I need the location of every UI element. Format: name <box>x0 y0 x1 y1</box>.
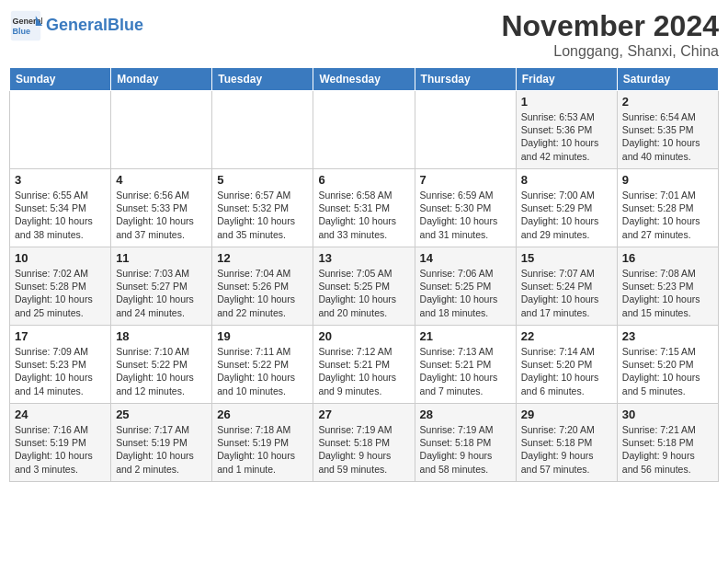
day-info: Sunrise: 7:15 AM Sunset: 5:20 PM Dayligh… <box>622 345 713 397</box>
day-info: Sunrise: 7:13 AM Sunset: 5:21 PM Dayligh… <box>420 345 511 397</box>
day-number: 25 <box>116 408 207 421</box>
day-cell: 27Sunrise: 7:19 AM Sunset: 5:18 PM Dayli… <box>313 404 415 482</box>
day-info: Sunrise: 7:07 AM Sunset: 5:24 PM Dayligh… <box>521 267 612 319</box>
day-cell: 18Sunrise: 7:10 AM Sunset: 5:22 PM Dayli… <box>111 326 212 404</box>
weekday-header-monday: Monday <box>111 68 212 91</box>
weekday-header-wednesday: Wednesday <box>313 68 415 91</box>
day-info: Sunrise: 7:16 AM Sunset: 5:19 PM Dayligh… <box>15 423 106 476</box>
day-cell <box>10 91 111 169</box>
day-cell: 13Sunrise: 7:05 AM Sunset: 5:25 PM Dayli… <box>313 247 415 326</box>
day-number: 23 <box>622 329 713 343</box>
day-info: Sunrise: 6:55 AM Sunset: 5:34 PM Dayligh… <box>15 189 106 241</box>
day-cell: 20Sunrise: 7:12 AM Sunset: 5:21 PM Dayli… <box>313 326 415 404</box>
day-cell: 2Sunrise: 6:54 AM Sunset: 5:35 PM Daylig… <box>617 91 718 169</box>
day-number: 12 <box>217 251 308 265</box>
day-cell <box>212 91 313 169</box>
day-cell: 5Sunrise: 6:57 AM Sunset: 5:32 PM Daylig… <box>212 169 313 247</box>
day-info: Sunrise: 7:00 AM Sunset: 5:29 PM Dayligh… <box>521 189 612 241</box>
day-info: Sunrise: 7:01 AM Sunset: 5:28 PM Dayligh… <box>622 189 713 241</box>
week-row-5: 24Sunrise: 7:16 AM Sunset: 5:19 PM Dayli… <box>10 404 719 482</box>
day-cell: 1Sunrise: 6:53 AM Sunset: 5:36 PM Daylig… <box>516 91 617 169</box>
day-number: 18 <box>116 329 207 343</box>
page-header: General Blue GeneralBlue November 2024 L… <box>9 9 719 60</box>
day-info: Sunrise: 6:54 AM Sunset: 5:35 PM Dayligh… <box>622 110 713 163</box>
week-row-1: 1Sunrise: 6:53 AM Sunset: 5:36 PM Daylig… <box>10 91 719 169</box>
day-cell: 23Sunrise: 7:15 AM Sunset: 5:20 PM Dayli… <box>617 326 718 404</box>
day-cell: 9Sunrise: 7:01 AM Sunset: 5:28 PM Daylig… <box>617 169 718 247</box>
logo-line1: General <box>46 16 108 34</box>
day-number: 9 <box>622 173 713 187</box>
day-number: 14 <box>420 251 511 265</box>
logo: General Blue GeneralBlue <box>9 9 143 42</box>
day-info: Sunrise: 7:11 AM Sunset: 5:22 PM Dayligh… <box>217 345 308 397</box>
day-info: Sunrise: 7:04 AM Sunset: 5:26 PM Dayligh… <box>217 267 308 319</box>
day-number: 7 <box>420 173 511 187</box>
day-cell: 12Sunrise: 7:04 AM Sunset: 5:26 PM Dayli… <box>212 247 313 326</box>
day-info: Sunrise: 7:02 AM Sunset: 5:28 PM Dayligh… <box>15 267 106 319</box>
day-number: 28 <box>420 408 511 421</box>
day-number: 21 <box>420 329 511 343</box>
day-info: Sunrise: 6:57 AM Sunset: 5:32 PM Dayligh… <box>217 189 308 241</box>
logo-line2: Blue <box>108 16 143 34</box>
day-info: Sunrise: 7:05 AM Sunset: 5:25 PM Dayligh… <box>318 267 409 319</box>
day-info: Sunrise: 7:08 AM Sunset: 5:23 PM Dayligh… <box>622 267 713 319</box>
weekday-header-sunday: Sunday <box>10 68 111 91</box>
day-info: Sunrise: 7:21 AM Sunset: 5:18 PM Dayligh… <box>622 423 713 476</box>
day-cell: 7Sunrise: 6:59 AM Sunset: 5:30 PM Daylig… <box>415 169 516 247</box>
logo-text: GeneralBlue <box>46 17 143 35</box>
calendar-table: SundayMondayTuesdayWednesdayThursdayFrid… <box>9 67 719 482</box>
day-number: 4 <box>116 173 207 187</box>
logo-icon: General Blue <box>9 9 42 42</box>
day-info: Sunrise: 7:14 AM Sunset: 5:20 PM Dayligh… <box>521 345 612 397</box>
day-info: Sunrise: 7:09 AM Sunset: 5:23 PM Dayligh… <box>15 345 106 397</box>
day-number: 17 <box>15 329 106 343</box>
day-number: 30 <box>622 408 713 421</box>
day-info: Sunrise: 7:17 AM Sunset: 5:19 PM Dayligh… <box>116 423 207 476</box>
day-cell: 8Sunrise: 7:00 AM Sunset: 5:29 PM Daylig… <box>516 169 617 247</box>
location-title: Longgang, Shanxi, China <box>501 43 719 60</box>
day-cell <box>313 91 415 169</box>
day-number: 20 <box>318 329 409 343</box>
day-number: 3 <box>15 173 106 187</box>
day-cell: 10Sunrise: 7:02 AM Sunset: 5:28 PM Dayli… <box>10 247 111 326</box>
day-info: Sunrise: 7:03 AM Sunset: 5:27 PM Dayligh… <box>116 267 207 319</box>
day-info: Sunrise: 7:19 AM Sunset: 5:18 PM Dayligh… <box>420 423 511 476</box>
week-row-4: 17Sunrise: 7:09 AM Sunset: 5:23 PM Dayli… <box>10 326 719 404</box>
day-number: 27 <box>318 408 409 421</box>
day-cell: 30Sunrise: 7:21 AM Sunset: 5:18 PM Dayli… <box>617 404 718 482</box>
day-cell: 6Sunrise: 6:58 AM Sunset: 5:31 PM Daylig… <box>313 169 415 247</box>
day-number: 1 <box>521 95 612 109</box>
day-number: 15 <box>521 251 612 265</box>
day-number: 22 <box>521 329 612 343</box>
day-info: Sunrise: 7:19 AM Sunset: 5:18 PM Dayligh… <box>318 423 409 476</box>
day-cell: 14Sunrise: 7:06 AM Sunset: 5:25 PM Dayli… <box>415 247 516 326</box>
title-block: November 2024 Longgang, Shanxi, China <box>501 9 719 60</box>
week-row-3: 10Sunrise: 7:02 AM Sunset: 5:28 PM Dayli… <box>10 247 719 326</box>
weekday-header-saturday: Saturday <box>617 68 718 91</box>
day-cell: 22Sunrise: 7:14 AM Sunset: 5:20 PM Dayli… <box>516 326 617 404</box>
day-number: 26 <box>217 408 308 421</box>
day-info: Sunrise: 7:18 AM Sunset: 5:19 PM Dayligh… <box>217 423 308 476</box>
weekday-header-tuesday: Tuesday <box>212 68 313 91</box>
day-number: 13 <box>318 251 409 265</box>
weekday-header-row: SundayMondayTuesdayWednesdayThursdayFrid… <box>10 68 719 91</box>
day-info: Sunrise: 7:12 AM Sunset: 5:21 PM Dayligh… <box>318 345 409 397</box>
week-row-2: 3Sunrise: 6:55 AM Sunset: 5:34 PM Daylig… <box>10 169 719 247</box>
day-number: 5 <box>217 173 308 187</box>
day-info: Sunrise: 7:10 AM Sunset: 5:22 PM Dayligh… <box>116 345 207 397</box>
svg-text:Blue: Blue <box>13 27 31 36</box>
weekday-header-friday: Friday <box>516 68 617 91</box>
day-number: 19 <box>217 329 308 343</box>
day-number: 24 <box>15 408 106 421</box>
day-cell: 15Sunrise: 7:07 AM Sunset: 5:24 PM Dayli… <box>516 247 617 326</box>
day-info: Sunrise: 6:56 AM Sunset: 5:33 PM Dayligh… <box>116 189 207 241</box>
day-cell: 21Sunrise: 7:13 AM Sunset: 5:21 PM Dayli… <box>415 326 516 404</box>
day-cell: 3Sunrise: 6:55 AM Sunset: 5:34 PM Daylig… <box>10 169 111 247</box>
day-cell: 25Sunrise: 7:17 AM Sunset: 5:19 PM Dayli… <box>111 404 212 482</box>
day-cell: 11Sunrise: 7:03 AM Sunset: 5:27 PM Dayli… <box>111 247 212 326</box>
day-number: 6 <box>318 173 409 187</box>
day-info: Sunrise: 6:53 AM Sunset: 5:36 PM Dayligh… <box>521 110 612 163</box>
day-info: Sunrise: 6:58 AM Sunset: 5:31 PM Dayligh… <box>318 189 409 241</box>
day-number: 10 <box>15 251 106 265</box>
day-cell <box>111 91 212 169</box>
